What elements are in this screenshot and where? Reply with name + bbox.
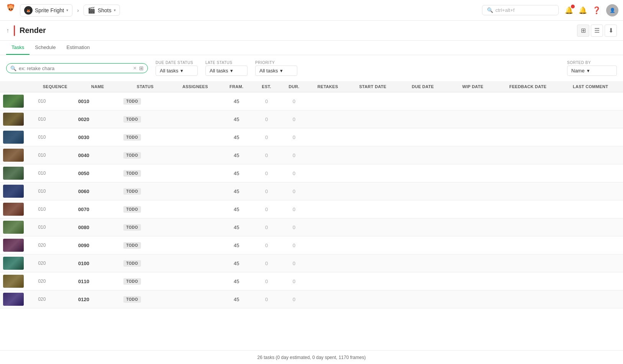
col-retakes-header[interactable]: 6 RETAKES bbox=[308, 81, 348, 92]
col-lastcomment-header[interactable]: LAST COMMENT bbox=[558, 81, 623, 92]
lastcomment-cell bbox=[558, 272, 623, 290]
lastcomment-cell bbox=[558, 182, 623, 200]
sort-select[interactable]: Name ▾ bbox=[567, 66, 617, 76]
nav-icons: 🔔 🔔 ❓ 👤 bbox=[565, 4, 618, 16]
col-name-header[interactable]: NAME bbox=[75, 81, 120, 92]
app-logo[interactable] bbox=[5, 3, 17, 17]
notification-badge bbox=[571, 5, 575, 8]
lastcomment-cell bbox=[558, 290, 623, 308]
list-view-button[interactable]: ☰ bbox=[591, 25, 603, 37]
search-input[interactable] bbox=[19, 66, 131, 71]
fbdate-cell bbox=[498, 92, 558, 110]
col-assignees-header[interactable]: 2 ASSIGNEES bbox=[170, 81, 220, 92]
clear-search-button[interactable]: ✕ bbox=[133, 66, 137, 71]
startdate-cell bbox=[348, 200, 398, 218]
global-search[interactable]: 🔍 ctrl+alt+f bbox=[482, 5, 559, 15]
tab-schedule[interactable]: Schedule bbox=[30, 41, 61, 55]
project-dot: 🦊 bbox=[24, 6, 33, 15]
table-row[interactable]: 010 0030 TODO 45 0 0 bbox=[0, 128, 623, 146]
wipdate-cell bbox=[448, 182, 498, 200]
duedate-cell bbox=[398, 290, 448, 308]
grid-view-button[interactable]: ⊞ bbox=[577, 25, 589, 37]
status-cell[interactable]: TODO bbox=[120, 164, 171, 182]
table-row[interactable]: 020 0100 TODO 45 0 0 bbox=[0, 254, 623, 272]
table-row[interactable]: 020 0090 TODO 45 0 0 bbox=[0, 236, 623, 254]
status-cell[interactable]: TODO bbox=[120, 200, 171, 218]
duedate-cell bbox=[398, 200, 448, 218]
assignees-cell bbox=[170, 110, 220, 128]
thumbnail-cell bbox=[0, 272, 35, 290]
name-cell: 0030 bbox=[75, 128, 120, 146]
late-status-filter-select[interactable]: All tasks ▾ bbox=[205, 66, 248, 76]
table-row[interactable]: 010 0020 TODO 45 0 0 bbox=[0, 110, 623, 128]
project-selector[interactable]: 🦊 Sprite Fright ▾ bbox=[20, 4, 72, 16]
statusbar: 26 tasks (0 day estimated, 0 day spent, … bbox=[0, 350, 623, 364]
wipdate-cell bbox=[448, 272, 498, 290]
subheader: ↑ Render ⊞ ☰ ⬇ bbox=[0, 21, 623, 41]
assignees-cell bbox=[170, 128, 220, 146]
table-row[interactable]: 010 0060 TODO 45 0 0 bbox=[0, 182, 623, 200]
status-cell[interactable]: TODO bbox=[120, 218, 171, 236]
project-chevron-icon: ▾ bbox=[66, 8, 68, 12]
col-dur-header[interactable]: 5 DUR. bbox=[280, 81, 308, 92]
due-date-filter-select[interactable]: All tasks ▾ bbox=[156, 66, 198, 76]
retakes-cell bbox=[308, 146, 348, 164]
name-cell: 0050 bbox=[75, 164, 120, 182]
export-button[interactable]: ⬇ bbox=[605, 25, 617, 37]
priority-filter-label: PRIORITY bbox=[255, 61, 297, 65]
col-frames-header[interactable]: 3 FRAM. bbox=[220, 81, 253, 92]
est-cell: 0 bbox=[253, 92, 280, 110]
col-fbdate-header[interactable]: 10 FEEDBACK DATE bbox=[498, 81, 558, 92]
notifications-button[interactable]: 🔔 bbox=[565, 6, 573, 15]
table-row[interactable]: 020 0110 TODO 45 0 0 bbox=[0, 272, 623, 290]
status-cell[interactable]: TODO bbox=[120, 254, 171, 272]
table-row[interactable]: 010 0040 TODO 45 0 0 bbox=[0, 146, 623, 164]
est-cell: 0 bbox=[253, 236, 280, 254]
status-cell[interactable]: TODO bbox=[120, 92, 171, 110]
col-duedate-header[interactable]: 8 DUE DATE bbox=[398, 81, 448, 92]
thumbnail-cell bbox=[0, 254, 35, 272]
task-search[interactable]: 🔍 ✕ ⊞ bbox=[6, 63, 148, 73]
late-status-filter-label: LATE STATUS bbox=[205, 61, 248, 65]
priority-chevron-icon: ▾ bbox=[280, 68, 283, 74]
table-scroll[interactable]: SEQUENCE NAME 1 STATUS 2 ASSIGNEES 3 FRA… bbox=[0, 81, 623, 350]
table-row[interactable]: 010 0070 TODO 45 0 0 bbox=[0, 200, 623, 218]
table-row[interactable]: 010 0010 TODO 45 0 0 bbox=[0, 92, 623, 110]
tab-estimation[interactable]: Estimation bbox=[61, 41, 95, 55]
wipdate-cell bbox=[448, 128, 498, 146]
table-row[interactable]: 020 0120 TODO 45 0 0 bbox=[0, 290, 623, 308]
status-cell[interactable]: TODO bbox=[120, 128, 171, 146]
help-button[interactable]: ❓ bbox=[592, 6, 601, 15]
late-status-filter-group: LATE STATUS All tasks ▾ bbox=[205, 61, 248, 76]
entity-selector[interactable]: 🎬 Shots ▾ bbox=[84, 5, 120, 16]
col-startdate-header[interactable]: 7 START DATE bbox=[348, 81, 398, 92]
sort-chevron-icon: ▾ bbox=[587, 68, 590, 74]
table-row[interactable]: 010 0080 TODO 45 0 0 bbox=[0, 218, 623, 236]
status-cell[interactable]: TODO bbox=[120, 236, 171, 254]
wipdate-cell bbox=[448, 254, 498, 272]
startdate-cell bbox=[348, 146, 398, 164]
thumbnail-cell bbox=[0, 128, 35, 146]
view-toggle: ⊞ ☰ ⬇ bbox=[577, 25, 617, 37]
col-wipdate-header[interactable]: 9 WIP DATE bbox=[448, 81, 498, 92]
search-placeholder: ctrl+alt+f bbox=[495, 7, 515, 13]
status-cell[interactable]: TODO bbox=[120, 290, 171, 308]
priority-filter-select[interactable]: All tasks ▾ bbox=[255, 66, 297, 76]
col-status-header[interactable]: 1 STATUS bbox=[120, 81, 171, 92]
col-sequence-header[interactable]: SEQUENCE bbox=[35, 81, 75, 92]
back-button[interactable]: ↑ bbox=[6, 27, 9, 34]
table-row[interactable]: 010 0050 TODO 45 0 0 bbox=[0, 164, 623, 182]
tab-tasks[interactable]: Tasks bbox=[6, 41, 30, 55]
alerts-button[interactable]: 🔔 bbox=[579, 6, 587, 15]
filter-options-button[interactable]: ⊞ bbox=[139, 65, 144, 71]
startdate-cell bbox=[348, 128, 398, 146]
col-est-header[interactable]: 4 EST. bbox=[253, 81, 280, 92]
status-cell[interactable]: TODO bbox=[120, 146, 171, 164]
status-cell[interactable]: TODO bbox=[120, 110, 171, 128]
statusbar-text: 26 tasks (0 day estimated, 0 day spent, … bbox=[257, 355, 366, 360]
user-avatar[interactable]: 👤 bbox=[606, 4, 618, 16]
lastcomment-cell bbox=[558, 164, 623, 182]
status-cell[interactable]: TODO bbox=[120, 272, 171, 290]
name-cell: 0070 bbox=[75, 200, 120, 218]
status-cell[interactable]: TODO bbox=[120, 182, 171, 200]
